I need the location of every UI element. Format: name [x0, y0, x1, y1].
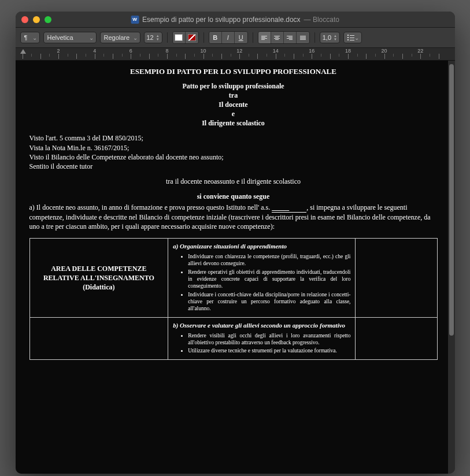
item-list: Individuare con chiarezza le competenze … — [173, 253, 350, 313]
color-swatch-white — [175, 34, 183, 41]
zoom-window-button[interactable] — [45, 16, 51, 23]
doc-e: e — [29, 109, 438, 118]
clause-a: a) Il docente neo assunto, in anno di fo… — [29, 203, 438, 232]
empty-cell — [356, 239, 437, 318]
empty-cell — [356, 317, 437, 359]
highlight-color-button[interactable] — [186, 32, 198, 43]
align-justify-icon — [300, 36, 306, 40]
table-row: b) Osservare e valutare gli allievi seco… — [29, 317, 437, 359]
list-item: Individuare i concetti-chiave della disc… — [188, 291, 350, 313]
table-row: AREA DELLE COMPETENZE RELATIVE ALL'INSEG… — [29, 239, 437, 318]
app-window: W Esempio di patto per lo sviluppo profe… — [16, 12, 455, 474]
align-right-button[interactable] — [284, 32, 297, 43]
traffic-lights — [21, 16, 51, 23]
ref-line: Visto l'art. 5 comma 3 del DM 850/2015; — [29, 133, 438, 143]
desc-cell: a) Organizzare situazioni di apprendimen… — [168, 239, 356, 318]
list-item: Rendere operativi gli obiettivi di appre… — [188, 269, 350, 290]
doc-title: ESEMPIO DI PATTO PER LO SVILUPPO PROFESS… — [29, 66, 438, 77]
ruler-ticks: 246810121416182022 — [23, 54, 450, 60]
vertical-scrollbar[interactable] — [448, 61, 455, 474]
area-cell — [29, 317, 168, 359]
doc-agree: si conviene quanto segue — [29, 192, 438, 201]
align-center-button[interactable] — [271, 32, 284, 43]
horizontal-ruler[interactable]: 246810121416182022 — [16, 48, 455, 61]
toolbar-separator — [203, 32, 204, 43]
font-style-label: Regolare — [104, 34, 130, 41]
font-size-value: 12 — [147, 34, 154, 41]
alignment-group — [258, 31, 310, 44]
toolbar-separator — [253, 32, 253, 43]
doc-subtitle: Patto per lo sviluppo professionale — [29, 81, 438, 91]
clause-a-pre: a) Il docente neo assunto, in anno di fo… — [29, 203, 272, 211]
close-window-button[interactable] — [21, 16, 28, 23]
item-list: Rendere visibili agli occhi degli alliev… — [173, 332, 350, 355]
lock-status: — Bloccato — [304, 16, 339, 24]
document-page[interactable]: ESEMPIO DI PATTO PER LO SVILUPPO PROFESS… — [16, 61, 448, 474]
paragraph-style-select[interactable]: ¶ — [20, 32, 40, 43]
toolbar-separator — [167, 32, 168, 43]
desc-cell: b) Osservare e valutare gli allievi seco… — [168, 317, 356, 359]
line-spacing-value: 1,0 — [323, 34, 331, 41]
toolbar: ¶ Helvetica Regolare 12 ▲▼ B I U — [16, 28, 455, 48]
filename: Esempio di patto per lo sviluppo profess… — [142, 16, 301, 24]
window-title: W Esempio di patto per lo sviluppo profe… — [131, 16, 339, 24]
doc-party1: Il docente — [29, 100, 438, 109]
doc-between: tra il docente neoassunto e il dirigente… — [29, 177, 438, 186]
list-item: Rendere visibili agli occhi degli alliev… — [188, 332, 350, 347]
align-center-icon — [274, 36, 280, 40]
doc-party2: Il dirigente scolastico — [29, 118, 438, 128]
line-spacing-stepper[interactable]: 1,0 ▲▼ — [320, 32, 340, 43]
toolbar-separator — [314, 32, 315, 43]
underline-button[interactable]: U — [235, 32, 247, 43]
ref-line: Visto il Bilancio delle Competenze elabo… — [29, 153, 438, 162]
docx-icon: W — [131, 16, 139, 24]
align-justify-button[interactable] — [297, 32, 309, 43]
bold-italic-underline-group: B I U — [209, 31, 248, 44]
color-group — [172, 31, 199, 44]
italic-button[interactable]: I — [222, 32, 235, 43]
text-color-button[interactable] — [173, 32, 186, 43]
content-area: ESEMPIO DI PATTO PER LO SVILUPPO PROFESS… — [16, 61, 455, 474]
list-item: Individuare con chiarezza le competenze … — [188, 253, 350, 267]
bold-button[interactable]: B — [209, 32, 222, 43]
font-family-select[interactable]: Helvetica — [43, 32, 97, 43]
doc-references: Visto l'art. 5 comma 3 del DM 850/2015; … — [29, 133, 438, 171]
indent-marker-icon[interactable] — [20, 49, 26, 54]
ref-line: Vista la Nota Min.le n. 36167/2015; — [29, 143, 438, 153]
list-style-select[interactable] — [343, 32, 362, 43]
bullet-list-icon — [347, 35, 354, 40]
align-left-button[interactable] — [258, 32, 271, 43]
titlebar[interactable]: W Esempio di patto per lo sviluppo profe… — [16, 12, 455, 28]
stepper-arrows-icon: ▲▼ — [334, 34, 337, 41]
doc-tra: tra — [29, 91, 438, 100]
color-swatch-none — [188, 34, 196, 41]
ref-line: Sentito il docente tutor — [29, 162, 438, 171]
font-family-label: Helvetica — [47, 34, 73, 41]
competence-table: AREA DELLE COMPETENZE RELATIVE ALL'INSEG… — [29, 238, 438, 359]
area-cell: AREA DELLE COMPETENZE RELATIVE ALL'INSEG… — [29, 239, 168, 318]
align-right-icon — [287, 36, 293, 40]
minimize-window-button[interactable] — [33, 16, 40, 23]
scrollbar-thumb[interactable] — [449, 64, 454, 336]
list-item: Utilizzare diverse tecniche e strumenti … — [188, 347, 350, 354]
section-heading: b) Osservare e valutare gli allievi seco… — [173, 321, 350, 330]
paragraph-style-label: ¶ — [24, 34, 28, 41]
font-style-select[interactable]: Regolare — [100, 32, 140, 43]
font-size-stepper[interactable]: 12 ▲▼ — [144, 32, 162, 43]
blank-field — [272, 203, 306, 213]
stepper-arrows-icon: ▲▼ — [156, 34, 160, 41]
section-heading: a) Organizzare situazioni di apprendimen… — [173, 242, 350, 251]
align-left-icon — [261, 36, 267, 40]
